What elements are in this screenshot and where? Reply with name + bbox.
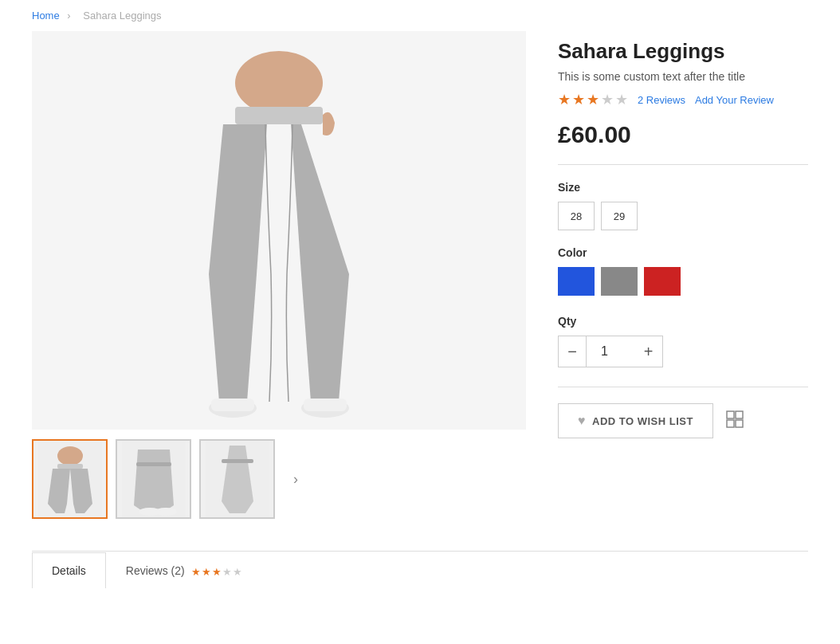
tab-reviews-label: Reviews (2) bbox=[126, 564, 185, 577]
color-section: Color bbox=[558, 246, 808, 296]
star-2: ★ bbox=[572, 91, 585, 108]
breadcrumb-current: Sahara Leggings bbox=[83, 10, 161, 22]
breadcrumb: Home › Sahara Leggings bbox=[0, 0, 840, 31]
tabs-section: Details Reviews (2) ★ ★ ★ ★ ★ bbox=[32, 551, 808, 588]
product-details: Sahara Leggings This is some custom text… bbox=[558, 31, 808, 519]
tab-reviews[interactable]: Reviews (2) ★ ★ ★ ★ ★ bbox=[106, 552, 262, 588]
breadcrumb-separator: › bbox=[67, 10, 70, 22]
svg-rect-3 bbox=[211, 399, 254, 411]
thumbnail-3[interactable] bbox=[199, 439, 275, 519]
tab-star-4: ★ bbox=[222, 566, 232, 578]
thumbnail-2[interactable] bbox=[116, 439, 191, 519]
thumbnail-next-arrow[interactable]: › bbox=[286, 469, 305, 489]
review-count-link[interactable]: 2 Reviews bbox=[638, 94, 685, 106]
product-subtitle: This is some custom text after the title bbox=[558, 70, 808, 83]
tab-details-label: Details bbox=[52, 564, 86, 577]
star-4: ★ bbox=[601, 91, 614, 108]
tab-star-5: ★ bbox=[233, 566, 242, 578]
price-divider bbox=[558, 164, 808, 165]
svg-rect-10 bbox=[136, 462, 171, 466]
tab-star-2: ★ bbox=[202, 566, 211, 578]
tab-star-1: ★ bbox=[191, 566, 201, 578]
color-options bbox=[558, 267, 808, 296]
add-review-link[interactable]: Add Your Review bbox=[695, 94, 774, 106]
wishlist-row: ♥ ADD TO WISH LIST bbox=[558, 403, 808, 438]
qty-input[interactable] bbox=[587, 336, 634, 367]
star-rating: ★ ★ ★ ★ ★ bbox=[558, 91, 628, 108]
product-image-svg bbox=[175, 35, 383, 426]
qty-minus-button[interactable]: − bbox=[558, 336, 587, 367]
svg-rect-14 bbox=[222, 459, 253, 463]
qty-plus-button[interactable]: + bbox=[634, 336, 663, 367]
size-btn-28[interactable]: 28 bbox=[558, 202, 595, 230]
qty-section: Qty − + bbox=[558, 315, 808, 367]
add-to-wishlist-button[interactable]: ♥ ADD TO WISH LIST bbox=[558, 403, 713, 438]
svg-rect-16 bbox=[736, 411, 743, 418]
heart-icon: ♥ bbox=[578, 414, 586, 428]
svg-point-0 bbox=[235, 51, 323, 115]
tab-star-3: ★ bbox=[212, 566, 222, 578]
svg-rect-8 bbox=[57, 464, 83, 469]
main-image bbox=[32, 31, 526, 430]
star-1: ★ bbox=[558, 91, 571, 108]
size-btn-29[interactable]: 29 bbox=[601, 202, 638, 230]
qty-divider bbox=[558, 387, 808, 387]
wishlist-label: ADD TO WISH LIST bbox=[592, 415, 693, 427]
svg-rect-18 bbox=[736, 420, 743, 427]
svg-rect-1 bbox=[235, 107, 323, 124]
tabs-header: Details Reviews (2) ★ ★ ★ ★ ★ bbox=[32, 552, 808, 588]
qty-row: − + bbox=[558, 336, 808, 367]
color-swatch-gray[interactable] bbox=[601, 267, 638, 296]
compare-icon[interactable] bbox=[726, 410, 744, 432]
thumbnails-row: › bbox=[32, 439, 526, 519]
tab-details[interactable]: Details bbox=[32, 552, 106, 588]
qty-label: Qty bbox=[558, 315, 808, 328]
star-5: ★ bbox=[615, 91, 628, 108]
svg-rect-15 bbox=[727, 411, 734, 418]
svg-rect-5 bbox=[304, 399, 347, 411]
product-price: £60.00 bbox=[558, 121, 808, 148]
svg-point-7 bbox=[57, 446, 83, 465]
breadcrumb-home-link[interactable]: Home bbox=[32, 10, 60, 22]
product-title: Sahara Leggings bbox=[558, 39, 808, 64]
svg-point-12 bbox=[155, 508, 177, 516]
tab-review-stars: ★ ★ ★ ★ ★ bbox=[191, 566, 242, 578]
color-swatch-red[interactable] bbox=[644, 267, 681, 296]
reviews-row: ★ ★ ★ ★ ★ 2 Reviews Add Your Review bbox=[558, 91, 808, 108]
star-3: ★ bbox=[587, 91, 599, 108]
size-label: Size bbox=[558, 181, 808, 194]
color-swatch-blue[interactable] bbox=[558, 267, 595, 296]
size-options: 28 29 bbox=[558, 202, 808, 230]
thumbnail-1[interactable] bbox=[32, 439, 108, 519]
color-label: Color bbox=[558, 246, 808, 259]
size-section: Size 28 29 bbox=[558, 181, 808, 230]
svg-rect-17 bbox=[727, 420, 734, 427]
product-container: › Sahara Leggings This is some custom te… bbox=[0, 31, 840, 551]
product-images: › bbox=[32, 31, 526, 519]
